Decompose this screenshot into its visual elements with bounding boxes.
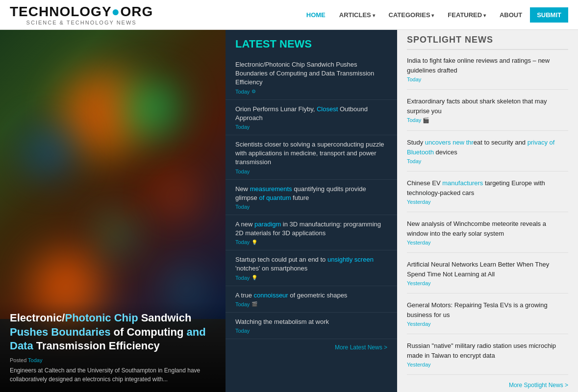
news-item-title: Scientists closer to solving a supercond… bbox=[235, 140, 387, 167]
news-item[interactable]: Orion Performs Lunar Flyby, Closest Outb… bbox=[226, 100, 397, 135]
main-nav: HOME ARTICLES CATEGORIES FEATURED ABOUT … bbox=[301, 7, 568, 23]
header: TECHNOLOGY●ORG SCIENCE & TECHNOLOGY NEWS… bbox=[0, 0, 578, 30]
spotlight-item-title: General Motors: Repairing Tesla EVs is a… bbox=[407, 300, 568, 319]
spotlight-item[interactable]: Extraordinary facts about shark skeleton… bbox=[407, 97, 568, 131]
spotlight-panel: SPOTLIGHT NEWS India to fight fake onlin… bbox=[397, 30, 578, 392]
news-item-title: Watching the metabolism at work bbox=[235, 318, 387, 326]
news-time: Today bbox=[235, 89, 250, 95]
news-item-title: A true connoisseur of geometric shapes bbox=[235, 291, 387, 300]
news-item[interactable]: New measurements quantifying qudits prov… bbox=[226, 180, 397, 215]
spotlight-item[interactable]: Study uncovers new threat to security an… bbox=[407, 138, 568, 172]
news-time: Today bbox=[235, 204, 250, 210]
logo: TECHNOLOGY●ORG SCIENCE & TECHNOLOGY NEWS bbox=[10, 4, 153, 25]
heatmap-blob-3 bbox=[25, 128, 74, 177]
spotlight-item[interactable]: New analysis of Winchcombe meteorite rev… bbox=[407, 219, 568, 253]
latest-news-panel: LATEST NEWS Electronic/Photonic Chip San… bbox=[226, 30, 397, 392]
news-item-meta: Today bbox=[235, 124, 387, 130]
latest-news-header: LATEST NEWS bbox=[226, 30, 397, 55]
news-item-title: New measurements quantifying qudits prov… bbox=[235, 185, 387, 202]
spotlight-item-meta: Yesterday bbox=[407, 321, 568, 327]
news-item-meta: Today bbox=[235, 328, 387, 334]
nav-featured[interactable]: FEATURED bbox=[442, 7, 492, 23]
news-item[interactable]: A new paradigm in 3D manufacturing: prog… bbox=[226, 215, 397, 250]
spotlight-item-title: New analysis of Winchcombe meteorite rev… bbox=[407, 219, 568, 238]
bulb-icon-2: 💡 bbox=[251, 275, 257, 280]
spotlight-item-meta: Today 🎬 bbox=[407, 117, 568, 123]
news-item-title: Startup tech could put an end to unsight… bbox=[235, 255, 387, 273]
video-icon: 🎬 bbox=[251, 301, 257, 307]
spotlight-header: SPOTLIGHT NEWS bbox=[407, 35, 568, 50]
news-item-meta: Today bbox=[235, 169, 387, 174]
news-item-title: A new paradigm in 3D manufacturing: prog… bbox=[235, 220, 387, 238]
news-item-meta: Today ⚙ bbox=[235, 89, 387, 95]
hero-overlay: Electronic/Photonic Chip Sandwich Pushes… bbox=[0, 301, 226, 392]
news-item-meta: Today bbox=[235, 204, 387, 210]
logo-subtitle: SCIENCE & TECHNOLOGY NEWS bbox=[10, 20, 153, 25]
news-time: Today bbox=[235, 239, 250, 245]
heatmap-blob-2 bbox=[123, 79, 181, 138]
spotlight-item-title: Artificial Neural Networks Learn Better … bbox=[407, 260, 568, 279]
hero-excerpt: Engineers at Caltech and the University … bbox=[10, 366, 216, 384]
news-item[interactable]: Watching the metabolism at work Today bbox=[226, 313, 397, 339]
nav-categories[interactable]: CATEGORIES bbox=[383, 7, 440, 23]
heatmap-blob-4 bbox=[157, 177, 196, 216]
news-item-meta: Today 💡 bbox=[235, 239, 387, 245]
spotlight-item-title: Study uncovers new threat to security an… bbox=[407, 138, 568, 157]
nav-submit[interactable]: SUBMIT bbox=[530, 7, 568, 23]
spotlight-item-meta: Yesterday bbox=[407, 280, 568, 286]
news-time: Today bbox=[235, 301, 250, 307]
news-item[interactable]: Startup tech could put an end to unsight… bbox=[226, 250, 397, 286]
spotlight-item-title: Extraordinary facts about shark skeleton… bbox=[407, 97, 568, 116]
heatmap-blob-6 bbox=[172, 275, 201, 304]
news-item[interactable]: A true connoisseur of geometric shapes T… bbox=[226, 286, 397, 313]
spotlight-item[interactable]: India to fight fake online reviews and r… bbox=[407, 56, 568, 90]
hero-time: Today bbox=[28, 357, 42, 363]
spotlight-item-title: India to fight fake online reviews and r… bbox=[407, 56, 568, 75]
news-item-meta: Today 🎬 bbox=[235, 301, 387, 307]
logo-title: TECHNOLOGY●ORG bbox=[10, 4, 153, 20]
video-badge-icon: 🎬 bbox=[423, 117, 429, 123]
spotlight-item-meta: Today bbox=[407, 158, 568, 164]
hero-section: Electronic/Photonic Chip Sandwich Pushes… bbox=[0, 30, 226, 392]
hero-image bbox=[0, 30, 226, 319]
hero-posted: Posted Today bbox=[10, 357, 216, 363]
hero-title: Electronic/Photonic Chip Sandwich Pushes… bbox=[10, 311, 216, 353]
spotlight-item-meta: Today bbox=[407, 76, 568, 82]
spotlight-item[interactable]: Artificial Neural Networks Learn Better … bbox=[407, 260, 568, 294]
settings-icon: ⚙ bbox=[251, 89, 256, 94]
heatmap-blob-7 bbox=[98, 216, 132, 250]
spotlight-item-title: Chinese EV manufacturers targeting Europ… bbox=[407, 178, 568, 197]
news-time: Today bbox=[235, 124, 250, 130]
latest-news-title: LATEST NEWS bbox=[235, 38, 387, 50]
news-item-title: Orion Performs Lunar Flyby, Closest Outb… bbox=[235, 105, 387, 122]
news-item[interactable]: Electronic/Photonic Chip Sandwich Pushes… bbox=[226, 55, 397, 100]
spotlight-item-meta: Yesterday bbox=[407, 240, 568, 245]
nav-about[interactable]: ABOUT bbox=[494, 7, 528, 23]
bulb-icon: 💡 bbox=[251, 240, 257, 245]
spotlight-item-title: Russian "native" military radio station … bbox=[407, 341, 568, 360]
news-time: Today bbox=[235, 169, 250, 174]
nav-home[interactable]: HOME bbox=[301, 7, 331, 23]
spotlight-item[interactable]: Russian "native" military radio station … bbox=[407, 341, 568, 375]
spotlight-item[interactable]: General Motors: Repairing Tesla EVs is a… bbox=[407, 300, 568, 334]
main-top-row: Electronic/Photonic Chip Sandwich Pushes… bbox=[0, 30, 578, 392]
news-item-title: Electronic/Photonic Chip Sandwich Pushes… bbox=[235, 60, 387, 87]
more-spotlight-link[interactable]: More Spotlight News > bbox=[407, 382, 568, 389]
spotlight-item-meta: Yesterday bbox=[407, 199, 568, 205]
news-time: Today bbox=[235, 328, 250, 334]
news-item-meta: Today 💡 bbox=[235, 275, 387, 281]
more-latest-link[interactable]: More Latest News > bbox=[226, 339, 397, 356]
nav-articles[interactable]: ARTICLES bbox=[333, 7, 381, 23]
news-item[interactable]: Scientists closer to solving a supercond… bbox=[226, 135, 397, 180]
spotlight-item-meta: Yesterday bbox=[407, 362, 568, 368]
news-time: Today bbox=[235, 275, 250, 281]
spotlight-item[interactable]: Chinese EV manufacturers targeting Europ… bbox=[407, 178, 568, 212]
